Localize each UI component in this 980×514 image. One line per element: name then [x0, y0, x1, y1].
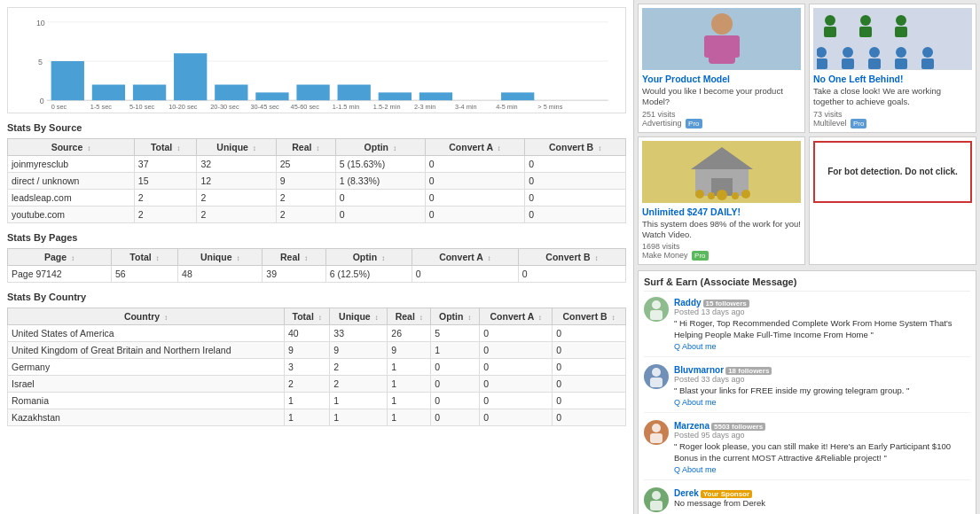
- table-row: leadsleap.com222000: [8, 190, 626, 206]
- svg-text:0 sec: 0 sec: [51, 103, 67, 109]
- col-country-total: Total ↕: [284, 308, 329, 325]
- col-page-convert-a: Convert A ↕: [412, 249, 518, 266]
- right-panel: Your Product Model Would you like I beco…: [634, 0, 980, 514]
- svg-marker-39: [691, 147, 753, 169]
- svg-text:1-1.5 min: 1-1.5 min: [333, 103, 360, 109]
- col-page-optin: Optin ↕: [325, 249, 412, 266]
- surf-earn-title: Surf & Earn (Associate Message): [644, 276, 970, 292]
- svg-point-49: [652, 368, 661, 377]
- ad-card-3: Unlimited $247 DAILY! This system does 9…: [638, 136, 805, 266]
- about-me-link[interactable]: Q About me: [674, 342, 970, 351]
- svg-rect-36: [895, 58, 907, 69]
- ad-card-1: Your Product Model Would you like I beco…: [638, 4, 805, 133]
- message-time: Posted 13 days ago: [674, 308, 970, 316]
- col-page-convert-b: Convert B ↕: [518, 249, 625, 266]
- message-time: Posted 95 days ago: [674, 431, 970, 440]
- stats-by-source-table: Source ↕ Total ↕ Unique ↕ Real ↕ Optin ↕…: [7, 138, 626, 223]
- sponsor-badge: Your Sponsor: [701, 490, 752, 498]
- bar-1.5-2min: [379, 92, 412, 100]
- message-time: Posted 33 days ago: [674, 375, 970, 384]
- ads-grid: Your Product Model Would you like I beco…: [638, 4, 976, 265]
- col-optin: Optin ↕: [335, 139, 425, 156]
- about-me-link[interactable]: Q About me: [674, 465, 970, 474]
- bar-5-10sec: [133, 85, 166, 101]
- table-row: direct / unknown151291 (8.33%)00: [8, 173, 626, 190]
- message-text: No message from Derek: [674, 498, 970, 509]
- svg-text:2-3 min: 2-3 min: [414, 103, 436, 109]
- bar-2-3min: [419, 92, 452, 100]
- bar-4-5min: [501, 92, 534, 100]
- bar-0sec: [51, 61, 84, 100]
- bar-20-30sec: [215, 85, 247, 101]
- svg-rect-34: [868, 58, 881, 69]
- svg-text:30-45 sec: 30-45 sec: [250, 103, 279, 109]
- col-convert-b: Convert B ↕: [525, 139, 626, 156]
- messages-container: Raddy15 followersPosted 13 days ago" Hi …: [644, 297, 970, 514]
- stats-by-country-title: Stats By Country: [7, 290, 626, 304]
- chart-container: 10 5 0: [7, 7, 626, 113]
- svg-rect-32: [842, 58, 854, 69]
- ad-card-2: No One Left Behind! Take a close look! W…: [809, 4, 976, 133]
- message-item: Raddy15 followersPosted 13 days ago" Hi …: [644, 297, 970, 357]
- ad-tag-2: Pro: [851, 119, 866, 128]
- surf-earn-section: Surf & Earn (Associate Message) Raddy15 …: [638, 270, 976, 514]
- message-author[interactable]: Bluvmarnor18 followers: [674, 365, 772, 375]
- svg-text:3-4 min: 3-4 min: [455, 103, 477, 109]
- col-country-unique: Unique ↕: [330, 308, 388, 325]
- avatar: [644, 487, 669, 512]
- message-item: Bluvmarnor18 followersPosted 33 days ago…: [644, 364, 970, 413]
- table-row: Page 971425648396 (12.5%)00: [8, 266, 626, 283]
- message-item: DerekYour SponsorNo message from Derek: [644, 487, 970, 514]
- ad-card-4: For bot detection. Do not click.: [809, 136, 976, 266]
- bar-chart: 10 5 0: [12, 15, 622, 109]
- col-country-convert-a: Convert A ↕: [480, 308, 553, 325]
- stats-by-pages-title: Stats By Pages: [7, 230, 626, 245]
- table-row: joinmyresclub3732255 (15.63%)00: [8, 156, 626, 173]
- message-author[interactable]: Marzena5503 followers: [674, 421, 765, 431]
- col-source: Source ↕: [8, 139, 135, 156]
- svg-rect-38: [921, 58, 934, 69]
- col-page-unique: Unique ↕: [178, 249, 263, 266]
- svg-point-19: [711, 13, 733, 35]
- ad-desc-3: This system does 98% of the work for you…: [642, 219, 801, 241]
- svg-text:> 5 mins: > 5 mins: [537, 103, 562, 109]
- follower-badge: 18 followers: [725, 367, 772, 375]
- ad-title-3[interactable]: Unlimited $247 DAILY!: [642, 206, 801, 217]
- message-author[interactable]: Raddy15 followers: [674, 298, 749, 308]
- follower-badge: 5503 followers: [711, 423, 765, 431]
- ad-image-1: [642, 8, 801, 70]
- svg-text:10-20 sec: 10-20 sec: [169, 103, 198, 109]
- col-country-real: Real ↕: [388, 308, 431, 325]
- svg-point-43: [708, 192, 715, 199]
- bar-30-45sec: [255, 92, 288, 100]
- svg-rect-50: [650, 378, 662, 387]
- table-row: Kazakhstan111000: [8, 409, 626, 426]
- message-author[interactable]: DerekYour Sponsor: [674, 488, 752, 498]
- svg-point-35: [896, 47, 906, 58]
- bar-10-20sec: [174, 53, 207, 100]
- ad-tag-3: Pro: [692, 251, 708, 261]
- svg-text:45-60 sec: 45-60 sec: [291, 103, 320, 109]
- col-page-real: Real ↕: [263, 249, 325, 266]
- col-page-total: Total ↕: [111, 249, 177, 266]
- ad-desc-2: Take a close look! We are working togeth…: [813, 86, 972, 108]
- ad-title-2[interactable]: No One Left Behind!: [813, 74, 972, 84]
- svg-text:4-5 min: 4-5 min: [496, 103, 518, 109]
- people-icons: [817, 12, 959, 69]
- svg-text:1.5-2 min: 1.5-2 min: [373, 103, 401, 109]
- col-convert-a: Convert A ↕: [425, 139, 524, 156]
- svg-rect-21: [704, 35, 713, 58]
- col-page: Page ↕: [8, 249, 112, 266]
- person-figure: [700, 11, 744, 68]
- bar-1-5sec: [92, 85, 125, 101]
- ad-title-1[interactable]: Your Product Model: [642, 74, 801, 84]
- message-text: " Roger look please, you can still make …: [674, 441, 970, 463]
- about-me-link[interactable]: Q About me: [674, 398, 970, 407]
- svg-rect-26: [859, 27, 872, 37]
- col-real: Real ↕: [276, 139, 335, 156]
- svg-point-25: [860, 15, 871, 26]
- svg-text:10: 10: [36, 19, 45, 27]
- table-row: Germany321000: [8, 359, 626, 376]
- svg-text:5: 5: [38, 58, 43, 66]
- svg-rect-30: [817, 58, 827, 69]
